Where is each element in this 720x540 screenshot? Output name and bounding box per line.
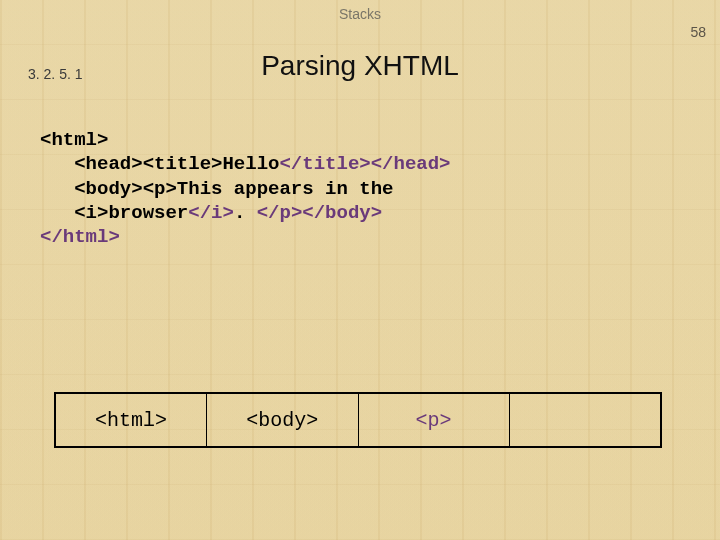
code-tag-open: <body><p> [74,178,177,200]
code-tag-open: <i> [74,202,108,224]
code-indent [40,202,74,224]
code-tag-close: </title></head> [279,153,450,175]
code-text: browser [108,202,188,224]
code-text: Hello [222,153,279,175]
header-topic: Stacks [0,6,720,22]
code-tag-close: </i> [188,202,234,224]
code-tag-close: </p></body> [257,202,382,224]
code-block: <html> <head><title>Hello</title></head>… [40,128,680,250]
stack-cell [510,394,660,446]
stack-cell: <p> [359,394,510,446]
stack-cell: <body> [207,394,358,446]
stack-row: <html> <body> <p> [54,392,662,448]
code-tag-open: <html> [40,129,108,151]
code-tag-close: </html> [40,226,120,248]
code-indent [40,153,74,175]
stack-cell: <html> [56,394,207,446]
slide-title: Parsing XHTML [0,50,720,82]
page-number: 58 [690,24,706,40]
code-text: . [234,202,257,224]
code-text: This appears in the [177,178,394,200]
code-tag-open: <head><title> [74,153,222,175]
code-indent [40,178,74,200]
